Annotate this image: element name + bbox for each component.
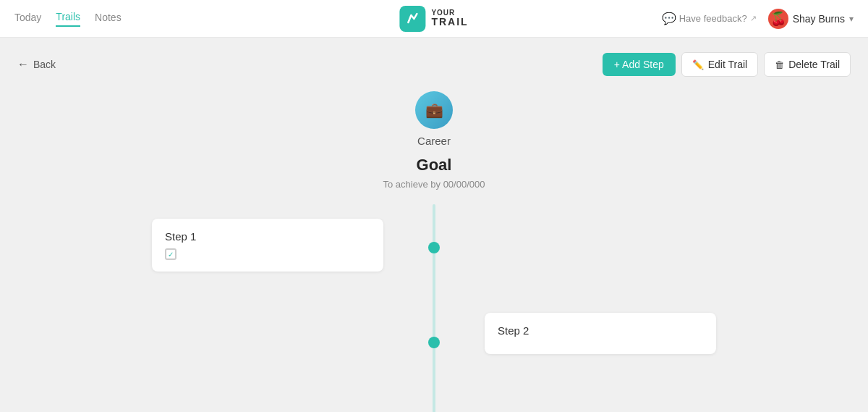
timeline-area: Step 1 ✓ Step 2 [0,204,868,407]
main-content: ← Back + Add Step ✏️ Edit Trail 🗑 Delete… [0,38,868,412]
step-2-title: Step 2 [498,324,703,337]
step-1-checkbox[interactable]: ✓ [165,248,176,260]
goal-date: To achieve by 00/00/000 [383,179,485,190]
nav-trails[interactable]: Trails [56,11,80,27]
back-button[interactable]: ← Back [17,58,56,71]
pencil-icon: ✏️ [692,59,704,70]
user-name: Shay Burns [793,13,845,25]
user-menu[interactable]: 🍒 Shay Burns ▾ [768,9,854,29]
step-card-1[interactable]: Step 1 ✓ [152,219,383,272]
external-link-icon: ↗ [750,14,757,23]
delete-trail-button[interactable]: 🗑 Delete Trail [764,52,851,77]
nav-today[interactable]: Today [14,12,41,26]
logo-icon [399,6,425,32]
back-arrow-icon: ← [17,58,29,71]
page-toolbar: ← Back + Add Step ✏️ Edit Trail 🗑 Delete… [0,38,868,77]
logo-text: YOUR TRAIL [431,9,468,28]
goal-title: Goal [417,156,452,175]
trash-icon: 🗑 [775,59,784,70]
category-label: Career [417,135,451,147]
chevron-down-icon: ▾ [849,14,854,24]
category-icon: 💼 [415,91,453,129]
header-right: 💬 Have feedback? ↗ 🍒 Shay Burns ▾ [662,9,854,29]
logo-trail: TRAIL [431,17,468,28]
feedback-link[interactable]: 💬 Have feedback? ↗ [662,12,757,25]
feedback-label: Have feedback? [679,13,747,24]
feedback-bubble-icon: 💬 [662,12,676,25]
action-buttons: + Add Step ✏️ Edit Trail 🗑 Delete Trail [603,52,851,77]
delete-trail-label: Delete Trail [788,59,840,70]
steps-container: Step 1 ✓ Step 2 [109,204,760,407]
step-2-dot [428,337,440,348]
step-card-2[interactable]: Step 2 [485,313,716,354]
nav-notes[interactable]: Notes [95,12,122,26]
edit-trail-button[interactable]: ✏️ Edit Trail [681,52,758,77]
step-1-dot [428,242,440,253]
step-1-title: Step 1 [165,230,370,243]
avatar: 🍒 [768,9,788,29]
trail-header: 💼 Career Goal To achieve by 00/00/000 [0,77,868,204]
back-label: Back [33,59,56,70]
main-nav: Today Trails Notes [14,11,122,27]
header: Today Trails Notes YOUR TRAIL 💬 Have fee… [0,0,868,38]
timeline-line [433,204,435,412]
app-logo: YOUR TRAIL [399,6,468,32]
add-step-button[interactable]: + Add Step [603,53,676,76]
edit-trail-label: Edit Trail [708,59,747,70]
